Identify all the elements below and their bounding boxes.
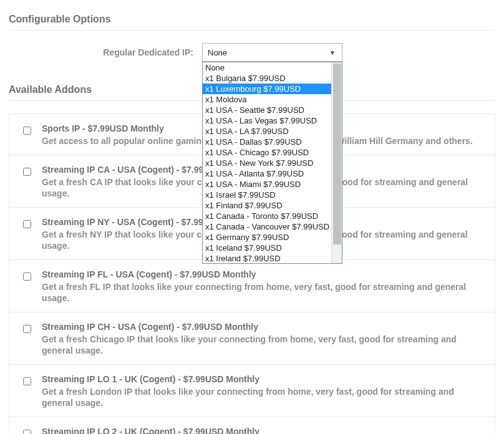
dedicated-ip-label: Regular Dedicated IP: [9, 47, 202, 57]
addon-checkbox[interactable] [23, 325, 31, 333]
scroll-thumb[interactable] [333, 64, 341, 244]
addon-checkbox[interactable] [23, 168, 31, 176]
dropdown-option[interactable]: x1 USA - Atlanta $7.99USD [203, 168, 331, 179]
addon-checkbox[interactable] [23, 220, 31, 228]
dropdown-option[interactable]: x1 USA - Seattle $7.99USD [203, 105, 331, 115]
dropdown-option[interactable]: x1 Luxembourg $7.99USD [203, 84, 331, 94]
addon-title: Streaming IP CH - USA (Cogent) - $7.99US… [42, 321, 483, 332]
addon-description: Get a fresh London IP that looks like yo… [42, 386, 483, 408]
dropdown-option[interactable]: x1 USA - Miami $7.99USD [203, 179, 331, 190]
dropdown-option[interactable]: x1 Finland $7.99USD [203, 200, 331, 211]
addon-title: Streaming IP LO 2 - UK (Cogent) - $7.99U… [42, 426, 483, 434]
dropdown-option[interactable]: x1 Bulgaria $7.99USD [203, 73, 331, 84]
section-divider [9, 30, 495, 31]
addon-checkbox[interactable] [23, 430, 31, 434]
dropdown-option[interactable]: None [203, 62, 331, 73]
dropdown-option[interactable]: x1 Moldova [203, 94, 331, 105]
configurable-options-heading: Configurable Options [9, 10, 495, 29]
dropdown-option[interactable]: x1 Iceland $7.99USD [203, 243, 331, 253]
dropdown-option[interactable]: x1 Ireland $7.99USD [203, 253, 331, 263]
dropdown-option[interactable]: x1 Germany $7.99USD [203, 232, 331, 243]
dedicated-ip-select[interactable]: None ▼ [202, 43, 342, 62]
addon-row: Streaming IP CH - USA (Cogent) - $7.99US… [9, 312, 495, 365]
dedicated-ip-field: Regular Dedicated IP: None ▼ Nonex1 Bulg… [9, 43, 495, 62]
dedicated-ip-selected-value: None [208, 48, 227, 57]
addon-checkbox[interactable] [23, 127, 31, 135]
dropdown-option[interactable]: x1 USA - LA $7.99USD [203, 126, 331, 137]
addon-description: Get a fresh FL IP that looks like your c… [42, 281, 483, 304]
addon-checkbox[interactable] [23, 377, 31, 385]
dropdown-scrollbar[interactable] [331, 62, 342, 263]
dropdown-option[interactable]: x1 USA - Dallas $7.99USD [203, 137, 331, 147]
addon-title: Streaming IP LO 1 - UK (Cogent) - $7.99U… [42, 374, 483, 385]
dedicated-ip-dropdown: Nonex1 Bulgaria $7.99USDx1 Luxembourg $7… [202, 62, 342, 264]
chevron-down-icon: ▼ [329, 49, 336, 56]
dropdown-option[interactable]: x1 Israel $7.99USD [203, 190, 331, 200]
dropdown-option[interactable]: x1 USA - New York $7.99USD [203, 158, 331, 168]
dropdown-option[interactable]: x1 Canada - Toronto $7.99USD [203, 211, 331, 221]
dropdown-option[interactable]: x1 USA - Chicago $7.99USD [203, 147, 331, 158]
addon-row: Streaming IP LO 2 - UK (Cogent) - $7.99U… [9, 417, 495, 434]
addon-row: Streaming IP LO 1 - UK (Cogent) - $7.99U… [9, 365, 495, 417]
dropdown-option[interactable]: x1 Canada - Vancouver $7.99USD [203, 221, 331, 232]
addon-checkbox[interactable] [23, 272, 31, 281]
dropdown-option[interactable]: x1 USA - Las Vegas $7.99USD [203, 115, 331, 126]
addon-row: Streaming IP FL - USA (Cogent) - $7.99US… [9, 260, 495, 312]
addon-title: Streaming IP FL - USA (Cogent) - $7.99US… [42, 269, 483, 280]
addon-description: Get a fresh Chicago IP that looks like y… [42, 334, 483, 356]
